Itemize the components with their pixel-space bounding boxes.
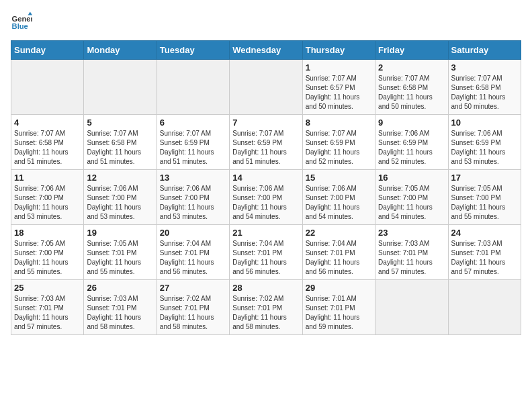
calendar-cell: 1Sunrise: 7:07 AMSunset: 6:57 PMDaylight…: [302, 60, 375, 115]
day-number: 21: [232, 228, 299, 238]
day-number: 15: [306, 173, 372, 183]
day-number: 13: [160, 173, 226, 183]
weekday-tuesday: Tuesday: [157, 41, 229, 60]
calendar-cell: 24Sunrise: 7:03 AMSunset: 7:01 PMDayligh…: [448, 225, 521, 280]
day-number: 26: [87, 283, 153, 293]
day-number: 9: [378, 118, 445, 128]
calendar-cell: 13Sunrise: 7:06 AMSunset: 7:00 PMDayligh…: [157, 170, 229, 225]
day-number: 7: [232, 118, 299, 128]
calendar-cell: 27Sunrise: 7:02 AMSunset: 7:01 PMDayligh…: [157, 280, 229, 335]
calendar-cell: 11Sunrise: 7:06 AMSunset: 7:00 PMDayligh…: [11, 170, 84, 225]
day-info: Sunrise: 7:07 AMSunset: 6:59 PMDaylight:…: [232, 129, 299, 167]
day-info: Sunrise: 7:07 AMSunset: 6:58 PMDaylight:…: [14, 129, 81, 167]
day-info: Sunrise: 7:02 AMSunset: 7:01 PMDaylight:…: [232, 294, 299, 332]
day-info: Sunrise: 7:06 AMSunset: 7:00 PMDaylight:…: [232, 184, 299, 222]
day-info: Sunrise: 7:05 AMSunset: 7:00 PMDaylight:…: [378, 184, 445, 222]
day-info: Sunrise: 7:02 AMSunset: 7:01 PMDaylight:…: [160, 294, 226, 332]
weekday-thursday: Thursday: [302, 41, 375, 60]
week-row-3: 11Sunrise: 7:06 AMSunset: 7:00 PMDayligh…: [11, 170, 521, 225]
day-number: 3: [451, 62, 518, 73]
day-number: 8: [306, 118, 372, 128]
day-number: 23: [378, 228, 445, 238]
day-number: 24: [451, 228, 518, 238]
day-number: 20: [160, 228, 226, 238]
week-row-1: 1Sunrise: 7:07 AMSunset: 6:57 PMDaylight…: [11, 60, 521, 115]
calendar-cell: 29Sunrise: 7:01 AMSunset: 7:01 PMDayligh…: [302, 280, 375, 335]
calendar-cell: 6Sunrise: 7:07 AMSunset: 6:59 PMDaylight…: [157, 115, 229, 170]
logo: General Blue: [11, 11, 35, 32]
calendar-header: SundayMondayTuesdayWednesdayThursdayFrid…: [11, 41, 521, 60]
calendar-cell: 10Sunrise: 7:06 AMSunset: 6:59 PMDayligh…: [448, 115, 521, 170]
day-number: 14: [232, 173, 299, 183]
calendar-cell: [84, 60, 157, 115]
day-info: Sunrise: 7:07 AMSunset: 6:59 PMDaylight:…: [306, 129, 372, 167]
day-info: Sunrise: 7:04 AMSunset: 7:01 PMDaylight:…: [160, 239, 226, 277]
day-info: Sunrise: 7:03 AMSunset: 7:01 PMDaylight:…: [451, 239, 518, 277]
day-number: 10: [451, 118, 518, 128]
calendar-cell: 19Sunrise: 7:05 AMSunset: 7:01 PMDayligh…: [84, 225, 157, 280]
calendar-cell: 21Sunrise: 7:04 AMSunset: 7:01 PMDayligh…: [230, 225, 302, 280]
svg-marker-2: [28, 12, 32, 15]
day-info: Sunrise: 7:07 AMSunset: 6:57 PMDaylight:…: [306, 74, 372, 111]
day-info: Sunrise: 7:07 AMSunset: 6:58 PMDaylight:…: [378, 74, 445, 111]
day-info: Sunrise: 7:01 AMSunset: 7:01 PMDaylight:…: [306, 294, 372, 332]
week-row-5: 25Sunrise: 7:03 AMSunset: 7:01 PMDayligh…: [11, 280, 521, 335]
calendar-cell: 22Sunrise: 7:04 AMSunset: 7:01 PMDayligh…: [302, 225, 375, 280]
calendar-cell: [11, 60, 84, 115]
day-info: Sunrise: 7:07 AMSunset: 6:59 PMDaylight:…: [160, 129, 226, 167]
day-number: 19: [87, 228, 153, 238]
calendar-cell: 8Sunrise: 7:07 AMSunset: 6:59 PMDaylight…: [302, 115, 375, 170]
day-number: 22: [306, 228, 372, 238]
day-number: 4: [14, 118, 81, 128]
header: General Blue: [11, 11, 521, 32]
day-info: Sunrise: 7:06 AMSunset: 7:00 PMDaylight:…: [87, 184, 153, 222]
calendar-table: SundayMondayTuesdayWednesdayThursdayFrid…: [11, 40, 521, 335]
day-number: 5: [87, 118, 153, 128]
day-info: Sunrise: 7:06 AMSunset: 7:00 PMDaylight:…: [306, 184, 372, 222]
day-number: 12: [87, 173, 153, 183]
calendar-cell: [448, 280, 521, 335]
week-row-4: 18Sunrise: 7:05 AMSunset: 7:00 PMDayligh…: [11, 225, 521, 280]
calendar-cell: 28Sunrise: 7:02 AMSunset: 7:01 PMDayligh…: [230, 280, 302, 335]
day-info: Sunrise: 7:07 AMSunset: 6:58 PMDaylight:…: [451, 74, 518, 111]
calendar-body: 1Sunrise: 7:07 AMSunset: 6:57 PMDaylight…: [11, 60, 521, 335]
weekday-header-row: SundayMondayTuesdayWednesdayThursdayFrid…: [11, 41, 521, 60]
day-info: Sunrise: 7:05 AMSunset: 7:00 PMDaylight:…: [14, 239, 81, 277]
day-info: Sunrise: 7:04 AMSunset: 7:01 PMDaylight:…: [232, 239, 299, 277]
calendar-cell: 14Sunrise: 7:06 AMSunset: 7:00 PMDayligh…: [230, 170, 302, 225]
weekday-sunday: Sunday: [11, 41, 84, 60]
day-number: 17: [451, 173, 518, 183]
svg-text:General: General: [12, 15, 32, 23]
day-number: 25: [14, 283, 81, 293]
calendar-cell: 12Sunrise: 7:06 AMSunset: 7:00 PMDayligh…: [84, 170, 157, 225]
calendar-cell: [157, 60, 229, 115]
calendar-cell: 17Sunrise: 7:05 AMSunset: 7:00 PMDayligh…: [448, 170, 521, 225]
calendar-cell: 20Sunrise: 7:04 AMSunset: 7:01 PMDayligh…: [157, 225, 229, 280]
logo-icon: General Blue: [11, 11, 32, 32]
day-number: 16: [378, 173, 445, 183]
calendar-cell: 2Sunrise: 7:07 AMSunset: 6:58 PMDaylight…: [375, 60, 448, 115]
day-info: Sunrise: 7:03 AMSunset: 7:01 PMDaylight:…: [378, 239, 445, 277]
day-number: 11: [14, 173, 81, 183]
day-info: Sunrise: 7:05 AMSunset: 7:01 PMDaylight:…: [87, 239, 153, 277]
day-info: Sunrise: 7:04 AMSunset: 7:01 PMDaylight:…: [306, 239, 372, 277]
calendar-cell: 25Sunrise: 7:03 AMSunset: 7:01 PMDayligh…: [11, 280, 84, 335]
weekday-saturday: Saturday: [448, 41, 521, 60]
calendar-cell: 18Sunrise: 7:05 AMSunset: 7:00 PMDayligh…: [11, 225, 84, 280]
week-row-2: 4Sunrise: 7:07 AMSunset: 6:58 PMDaylight…: [11, 115, 521, 170]
weekday-friday: Friday: [375, 41, 448, 60]
day-number: 29: [306, 283, 372, 293]
calendar-cell: 7Sunrise: 7:07 AMSunset: 6:59 PMDaylight…: [230, 115, 302, 170]
day-info: Sunrise: 7:06 AMSunset: 6:59 PMDaylight:…: [451, 129, 518, 167]
day-info: Sunrise: 7:03 AMSunset: 7:01 PMDaylight:…: [87, 294, 153, 332]
calendar-cell: 3Sunrise: 7:07 AMSunset: 6:58 PMDaylight…: [448, 60, 521, 115]
calendar-cell: 5Sunrise: 7:07 AMSunset: 6:58 PMDaylight…: [84, 115, 157, 170]
day-info: Sunrise: 7:05 AMSunset: 7:00 PMDaylight:…: [451, 184, 518, 222]
weekday-monday: Monday: [84, 41, 157, 60]
weekday-wednesday: Wednesday: [230, 41, 302, 60]
calendar-cell: 16Sunrise: 7:05 AMSunset: 7:00 PMDayligh…: [375, 170, 448, 225]
calendar-cell: 4Sunrise: 7:07 AMSunset: 6:58 PMDaylight…: [11, 115, 84, 170]
day-info: Sunrise: 7:06 AMSunset: 7:00 PMDaylight:…: [160, 184, 226, 222]
day-number: 1: [306, 62, 372, 73]
day-info: Sunrise: 7:07 AMSunset: 6:58 PMDaylight:…: [87, 129, 153, 167]
